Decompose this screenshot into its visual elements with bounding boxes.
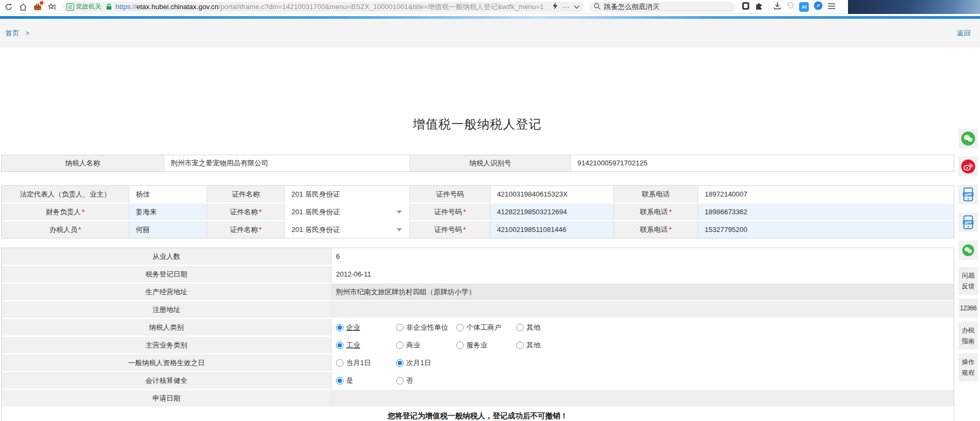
back-link[interactable]: 返回 — [957, 19, 971, 47]
breadcrumb: 首页 > — [5, 19, 30, 47]
radio-option[interactable]: 服务业 — [456, 337, 516, 353]
lightning-icon[interactable] — [552, 2, 558, 11]
radio-icon[interactable] — [396, 342, 404, 349]
radio-icon[interactable] — [336, 359, 343, 367]
sidebar-tax-guide-button[interactable]: 办税指南 — [959, 322, 978, 350]
reader-icon[interactable] — [742, 2, 750, 12]
taxpayer-type-label: 纳税人类别 — [2, 319, 332, 336]
taxpayer-type-options: 企业 非企业性单位 个体工商户 其他 — [332, 319, 954, 336]
phone-field[interactable]: 15327795200 — [698, 221, 954, 238]
address-bar[interactable]: 证 党政机关 https://etax.hubei.chinatax.gov.c… — [62, 2, 584, 12]
search-input[interactable]: 跳蚤怎么彻底消灭 — [589, 2, 735, 12]
employees-value: 6 — [332, 248, 954, 265]
phone-label: 联系电话* — [614, 221, 698, 238]
business-address-label: 生产经营地址 — [2, 284, 332, 300]
url-text[interactable]: https://etax.hubei.chinatax.gov.cn/porta… — [115, 2, 548, 12]
cert-no-label: 证件号码 — [410, 186, 491, 202]
reload-icon[interactable] — [4, 3, 13, 11]
taxpayer-name-value: 荆州市宠之爱宠物用品有限公司 — [164, 155, 410, 171]
registered-address-value — [332, 301, 954, 318]
radio-option[interactable]: 工业 — [336, 337, 396, 353]
site-certification-badge[interactable]: 证 党政机关 — [67, 2, 101, 11]
finance-officer-label: 财务负责人* — [2, 204, 129, 220]
sidebar-feedback-button[interactable]: 问题反馈 — [959, 267, 978, 295]
effective-date-label: 一般纳税人资格生效之日 — [2, 354, 332, 371]
cert-no-label: 证件号码* — [410, 221, 491, 238]
radio-option[interactable]: 当月1日 — [336, 354, 396, 371]
undo-history-icon[interactable] — [786, 2, 794, 12]
sidebar-hotline-button[interactable]: 12366 — [959, 299, 978, 318]
cert-no-field[interactable]: 412822198503212694 — [491, 204, 614, 220]
radio-option[interactable]: 其他 — [516, 319, 576, 336]
radio-icon[interactable] — [336, 377, 343, 384]
finance-officer-name-field[interactable]: 姜海来 — [129, 204, 207, 220]
cert-type-value: 201 居民身份证 — [285, 186, 410, 202]
radio-icon[interactable] — [396, 377, 404, 384]
radio-icon[interactable] — [516, 342, 524, 349]
radio-icon[interactable] — [336, 324, 343, 331]
legal-rep-label: 法定代表人（负责人、业主） — [2, 186, 129, 202]
tax-clerk-label: 办税人员* — [2, 221, 129, 238]
breadcrumb-separator: > — [26, 30, 30, 37]
weibo-icon[interactable] — [959, 157, 978, 176]
download-icon[interactable] — [773, 2, 781, 12]
mobile-app-icon[interactable]: APP — [959, 185, 978, 204]
tax-clerk-name-field[interactable]: 何丽 — [129, 221, 207, 238]
apply-date-value — [332, 390, 954, 407]
cert-type-dropdown[interactable]: 201 居民身份证 — [285, 221, 410, 238]
registered-address-row: 注册地址 — [2, 301, 954, 319]
radio-option[interactable]: 否 — [396, 372, 456, 389]
table-row: 纳税人名称 荆州市宠之爱宠物用品有限公司 纳税人识别号 914210005971… — [2, 155, 954, 171]
browser-theme-corner — [848, 0, 980, 14]
radio-icon[interactable] — [336, 342, 343, 349]
radio-icon[interactable] — [456, 324, 464, 331]
breadcrumb-home-link[interactable]: 首页 — [5, 29, 19, 37]
radio-option[interactable]: 个体工商户 — [456, 319, 516, 336]
cert-type-dropdown[interactable]: 201 居民身份证 — [285, 204, 410, 220]
briefcase-icon[interactable] — [33, 3, 42, 11]
chevron-down-icon — [397, 210, 402, 214]
radio-option[interactable]: 非企业性单位 — [396, 319, 456, 336]
toolbar-right-icons: AI — [742, 1, 840, 12]
phone-field[interactable]: 18986673362 — [698, 204, 954, 220]
chevron-down-icon[interactable] — [574, 3, 580, 11]
ai-assistant-icon[interactable]: AI — [799, 2, 809, 12]
radio-option[interactable]: 其他 — [516, 337, 576, 353]
radio-option[interactable]: 商业 — [396, 337, 456, 353]
warning-row: 您将登记为增值税一般纳税人，登记成功后不可撤销！ — [2, 408, 954, 421]
radio-option[interactable]: 是 — [336, 372, 396, 389]
wechat-small-icon[interactable] — [959, 241, 978, 260]
compass-icon[interactable] — [814, 1, 823, 12]
taxpayer-name-label: 纳税人名称 — [2, 155, 164, 171]
radio-icon[interactable] — [396, 324, 404, 331]
bookmark-star-icon[interactable] — [48, 3, 56, 11]
legal-rep-row: 法定代表人（负责人、业主） 杨佳 证件名称 201 居民身份证 证件号码 421… — [2, 186, 954, 204]
extensions-puzzle-icon[interactable] — [755, 2, 763, 12]
radio-option[interactable]: 企业 — [336, 319, 396, 336]
search-query: 跳蚤怎么彻底消灭 — [604, 2, 660, 12]
accounting-sound-options: 是 否 — [332, 372, 954, 389]
mobile-app-icon[interactable]: APP — [959, 213, 978, 232]
cert-no-field[interactable]: 421002198511081446 — [491, 221, 614, 238]
sidebar-procedure-button[interactable]: 操作规程 — [959, 353, 978, 381]
legal-rep-name: 杨佳 — [129, 186, 207, 202]
wechat-icon[interactable] — [959, 129, 978, 148]
radio-icon[interactable] — [516, 324, 524, 331]
radio-icon[interactable] — [396, 359, 404, 367]
radio-option[interactable]: 次月1日 — [396, 354, 456, 371]
reg-date-label: 税务登记日期 — [2, 266, 332, 282]
accounting-sound-label: 会计核算健全 — [2, 372, 332, 389]
business-address-value: 荆州市纪南文旅区牌坊村四组（原牌坊小学） — [332, 284, 954, 300]
home-icon[interactable] — [19, 3, 27, 11]
notification-dot — [40, 1, 43, 5]
effective-date-row: 一般纳税人资格生效之日 当月1日 次月1日 — [2, 354, 954, 372]
svg-text:APP: APP — [964, 193, 972, 197]
taxpayer-type-row: 纳税人类别 企业 非企业性单位 个体工商户 其他 — [2, 319, 954, 337]
more-dots-icon[interactable]: ··· — [562, 3, 569, 11]
taxpayer-basic-table: 纳税人名称 荆州市宠之爱宠物用品有限公司 纳税人识别号 914210005971… — [1, 155, 954, 172]
page-title: 增值税一般纳税人登记 — [0, 116, 954, 133]
menu-hamburger-icon[interactable] — [828, 2, 836, 12]
radio-icon[interactable] — [456, 342, 464, 349]
accounting-sound-row: 会计核算健全 是 否 — [2, 372, 954, 390]
irrevocable-warning-text: 您将登记为增值税一般纳税人，登记成功后不可撤销！ — [2, 408, 954, 421]
